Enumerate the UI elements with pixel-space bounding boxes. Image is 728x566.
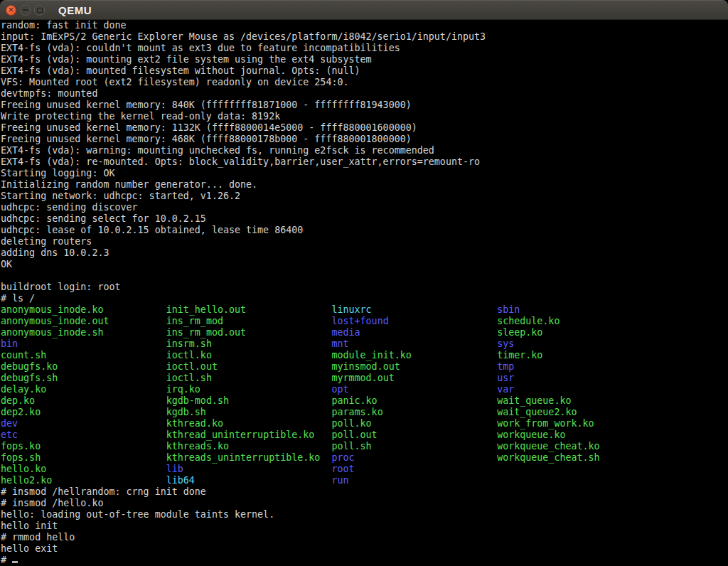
ls-entry: ins_rm_mod.out: [166, 327, 246, 338]
close-icon: ✕: [8, 6, 14, 14]
ls-entry: init_hello.out: [166, 304, 246, 315]
ls-entry: module_init.ko: [331, 350, 411, 361]
ls-entry: tmp: [497, 361, 514, 372]
ls-entry: linuxrc: [331, 304, 371, 315]
terminal-line: hello init: [1, 520, 728, 532]
ls-entry: kgdb-mod.sh: [166, 395, 229, 406]
terminal-line: Freeing unused kernel memory: 840K (ffff…: [1, 100, 728, 111]
terminal-line: adding dns 10.0.2.3: [1, 247, 728, 259]
ls-entry: ioctl.out: [166, 361, 218, 372]
ls-entry: sys: [497, 338, 514, 349]
close-button[interactable]: ✕: [6, 5, 16, 16]
ls-entry: myrmmod.out: [331, 373, 394, 383]
terminal-line: hello: loading out-of-tree module taints…: [1, 509, 728, 520]
ls-entry: wait_queue.ko: [497, 395, 571, 406]
ls-output-row: delay.ko irq.ko opt var: [1, 384, 728, 395]
terminal-line: devtmpfs: mounted: [1, 88, 728, 100]
terminal-line: [1, 270, 728, 282]
ls-output-row: fops.sh kthreads_uninterruptible.ko proc…: [1, 452, 728, 464]
ls-entry: etc: [1, 429, 18, 440]
maximize-button[interactable]: [34, 5, 45, 16]
ls-output-row: etc kthread_uninterruptible.ko poll.out …: [1, 429, 728, 441]
ls-entry: workqueue_cheat.ko: [497, 441, 599, 452]
ls-entry: var: [497, 384, 514, 395]
ls-entry: bin: [1, 338, 18, 349]
ls-entry: kgdb.sh: [166, 407, 206, 417]
ls-entry: params.ko: [331, 407, 382, 417]
ls-entry: dep.ko: [1, 395, 35, 406]
ls-entry: poll.sh: [331, 441, 371, 452]
ls-entry: work_from_work.ko: [497, 418, 594, 429]
ls-entry: anonymous_inode.ko: [1, 304, 103, 315]
maximize-icon: [37, 8, 43, 13]
terminal-line: # rmmod hello: [1, 532, 728, 543]
terminal-line: Starting logging: OK: [1, 168, 728, 179]
window-titlebar[interactable]: ✕ QEMU: [0, 0, 728, 20]
terminal-line: EXT4-fs (vda): warning: mounting uncheck…: [1, 145, 728, 156]
ls-output-row: anonymous_inode.out ins_rm_mod lost+foun…: [1, 316, 728, 327]
ls-entry: hello2.ko: [1, 475, 52, 486]
ls-entry: fops.ko: [1, 441, 41, 452]
terminal-line: Initializing random number generator... …: [1, 179, 728, 191]
terminal-line: udhcpc: lease of 10.0.2.15 obtained, lea…: [1, 225, 728, 236]
minimize-button[interactable]: [20, 5, 31, 16]
ls-output-row: count.sh ioctl.ko module_init.ko timer.k…: [1, 350, 728, 361]
terminal-line: # insmod /hello.ko: [1, 498, 728, 509]
terminal-line: EXT4-fs (vda): re-mounted. Opts: block_v…: [1, 156, 728, 168]
ls-entry: media: [331, 327, 360, 338]
ls-entry: ioctl.sh: [166, 373, 212, 383]
ls-entry: usr: [497, 373, 514, 383]
ls-entry: anonymous_inode.out: [1, 316, 109, 326]
minimize-icon: [23, 9, 28, 11]
terminal-line: EXT4-fs (vda): couldn't mount as ext3 du…: [1, 43, 728, 54]
ls-output-row: dep2.ko kgdb.sh params.ko wait_queue2.ko: [1, 407, 728, 418]
ls-entry: sbin: [497, 304, 520, 315]
window-title: QEMU: [58, 5, 92, 16]
terminal-screen[interactable]: random: fast init doneinput: ImExPS/2 Ge…: [0, 20, 728, 566]
terminal-line: Starting network: udhcpc: started, v1.26…: [1, 191, 728, 202]
ls-entry: kthread.ko: [166, 418, 223, 429]
ls-entry: lost+found: [331, 316, 388, 326]
ls-entry: delay.ko: [1, 384, 46, 395]
ls-entry: kthreads.ko: [166, 441, 229, 452]
terminal-line: udhcpc: sending discover: [1, 202, 728, 213]
terminal-line: VFS: Mounted root (ext2 filesystem) read…: [1, 77, 728, 88]
ls-entry: lib: [166, 464, 183, 474]
terminal-cursor: [12, 561, 18, 563]
ls-entry: panic.ko: [331, 395, 377, 406]
ls-entry: hello.ko: [1, 464, 46, 474]
ls-output-row: anonymous_inode.ko init_hello.out linuxr…: [1, 304, 728, 316]
ls-output-row: dep.ko kgdb-mod.sh panic.ko wait_queue.k…: [1, 395, 728, 407]
ls-entry: opt: [331, 384, 348, 395]
ls-entry: fops.sh: [1, 452, 41, 463]
ls-entry: workqueue_cheat.sh: [497, 452, 599, 463]
ls-entry: lib64: [166, 475, 195, 486]
ls-output-row: hello2.ko lib64 run: [1, 475, 728, 486]
shell-prompt: #: [1, 555, 12, 565]
ls-entry: dep2.ko: [1, 407, 41, 417]
ls-entry: proc: [331, 452, 354, 463]
ls-entry: insrm.sh: [166, 338, 212, 349]
ls-entry: kthreads_uninterruptible.ko: [166, 452, 321, 463]
ls-entry: anonymous_inode.sh: [1, 327, 103, 338]
ls-entry: workqueue.ko: [497, 429, 565, 440]
terminal-line: buildroot login: root: [1, 282, 728, 293]
ls-entry: count.sh: [1, 350, 46, 361]
ls-entry: root: [331, 464, 354, 474]
terminal-line: hello exit: [1, 543, 728, 555]
ls-entry: dev: [1, 418, 18, 429]
terminal-line: Write protecting the kernel read-only da…: [1, 111, 728, 122]
ls-entry: ins_rm_mod: [166, 316, 223, 326]
terminal-line: udhcpc: sending select for 10.0.2.15: [1, 213, 728, 225]
ls-entry: kthread_uninterruptible.ko: [166, 429, 315, 440]
ls-output-row: anonymous_inode.sh ins_rm_mod.out media …: [1, 327, 728, 338]
ls-output-row: debugfs.sh ioctl.sh myrmmod.out usr: [1, 373, 728, 384]
ls-entry: ioctl.ko: [166, 350, 212, 361]
ls-entry: timer.ko: [497, 350, 542, 361]
ls-entry: run: [331, 475, 348, 486]
terminal-line: Freeing unused kernel memory: 1132K (fff…: [1, 122, 728, 134]
terminal-line: input: ImExPS/2 Generic Explorer Mouse a…: [1, 31, 728, 43]
ls-entry: wait_queue2.ko: [497, 407, 577, 417]
ls-output-row: hello.ko lib root: [1, 464, 728, 475]
terminal-line: Freeing unused kernel memory: 468K (ffff…: [1, 134, 728, 145]
